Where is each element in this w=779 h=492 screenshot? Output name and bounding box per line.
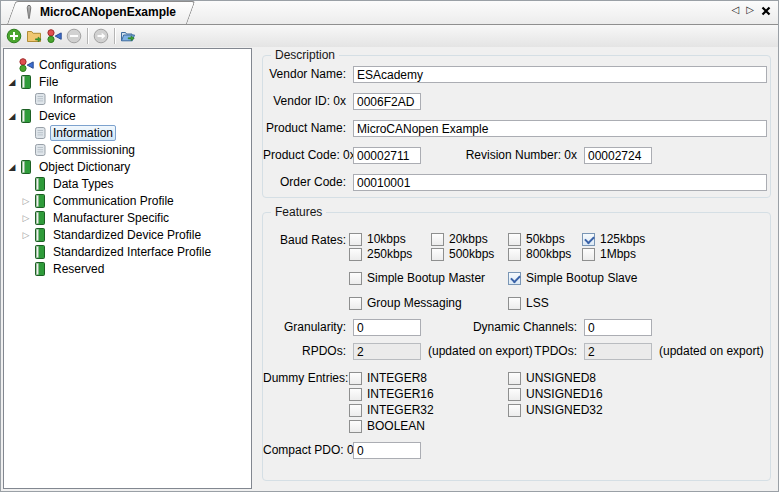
checkbox-lss[interactable]: LSS (508, 296, 549, 310)
open-button[interactable] (24, 26, 44, 46)
checkbox-unchecked-icon[interactable] (508, 233, 521, 246)
tree-item-label: Reserved (50, 261, 107, 277)
vendor-id-input[interactable] (353, 93, 421, 110)
book-icon (32, 244, 48, 260)
tree-item-reserved[interactable]: Reserved (4, 260, 251, 277)
close-tab-button[interactable] (761, 5, 771, 15)
document-icon (32, 125, 48, 141)
tpdos-note: (updated on export) (659, 345, 764, 358)
checkbox-label: UNSIGNED8 (526, 372, 596, 385)
expander-collapsed-icon[interactable]: ▷ (20, 196, 32, 206)
checkbox-integer32[interactable]: INTEGER32 (349, 403, 434, 417)
checkbox-unchecked-icon[interactable] (349, 372, 362, 385)
checkbox-unsigned32[interactable]: UNSIGNED32 (508, 403, 603, 417)
book-icon (18, 159, 34, 175)
checkbox-20kbps[interactable]: 20kbps (431, 232, 488, 246)
revision-number-label: Revision Number: 0x (453, 149, 577, 162)
tree-item-label: Standardized Interface Profile (50, 244, 214, 260)
tab-microcanopenexample[interactable]: MicroCANopenExample (7, 1, 187, 24)
tree-item-communication-profile[interactable]: ▷Communication Profile (4, 192, 251, 209)
checkbox-unchecked-icon[interactable] (508, 297, 521, 310)
tree-item-label: Device (36, 108, 79, 124)
project-tree: Configurations◢FileInformation◢DeviceInf… (3, 48, 252, 489)
expander-collapsed-icon[interactable]: ▷ (20, 230, 32, 240)
tree-item-standardized-device-profile[interactable]: ▷Standardized Device Profile (4, 226, 251, 243)
tree-item-standardized-interface-profile[interactable]: Standardized Interface Profile (4, 243, 251, 260)
export-button[interactable] (118, 26, 138, 46)
checkbox-50kbps[interactable]: 50kbps (508, 232, 565, 246)
checkbox-simple-bootup-slave[interactable]: Simple Bootup Slave (508, 271, 637, 285)
checkbox-label: 800kbps (526, 248, 571, 261)
checkbox-unchecked-icon[interactable] (349, 272, 362, 285)
checkbox-unchecked-icon[interactable] (431, 233, 444, 246)
checkbox-125kbps[interactable]: 125kbps (582, 232, 645, 246)
configurations-button[interactable] (44, 26, 64, 46)
checkbox-integer16[interactable]: INTEGER16 (349, 387, 434, 401)
checkbox-unchecked-icon[interactable] (349, 297, 362, 310)
checkbox-10kbps[interactable]: 10kbps (349, 232, 406, 246)
checkbox-250kbps[interactable]: 250kbps (349, 247, 412, 261)
document-icon (32, 125, 48, 141)
checkbox-simple-bootup-master[interactable]: Simple Bootup Master (349, 271, 485, 285)
baud-rates-label: Baud Rates: (263, 234, 346, 247)
checkbox-unchecked-icon[interactable] (508, 372, 521, 385)
checkbox-unchecked-icon[interactable] (349, 233, 362, 246)
tree-item-file[interactable]: ◢File (4, 73, 251, 90)
tree-item-label: Information (50, 91, 116, 107)
checkbox-unchecked-icon[interactable] (349, 388, 362, 401)
checkbox-label: 10kbps (367, 233, 406, 246)
checkbox-1mbps[interactable]: 1Mbps (582, 247, 636, 261)
checkbox-unchecked-icon[interactable] (508, 248, 521, 261)
compact-pdo-input[interactable] (353, 442, 421, 459)
expander-expanded-icon[interactable]: ◢ (6, 77, 18, 87)
expander-collapsed-icon[interactable]: ▷ (20, 213, 32, 223)
checkbox-unchecked-icon[interactable] (431, 248, 444, 261)
tree-item-information[interactable]: Information (4, 124, 251, 141)
tree-item-manufacturer-specific[interactable]: ▷Manufacturer Specific (4, 209, 251, 226)
dynamic-channels-input[interactable] (584, 319, 652, 336)
add-button[interactable] (4, 26, 24, 46)
checkbox-boolean[interactable]: BOOLEAN (349, 419, 425, 433)
checkbox-checked-icon[interactable] (582, 233, 595, 246)
document-icon (32, 142, 48, 158)
toolbar-separator (114, 28, 115, 44)
checkbox-500kbps[interactable]: 500kbps (431, 247, 494, 261)
tree-item-device[interactable]: ◢Device (4, 107, 251, 124)
checkbox-unchecked-icon[interactable] (349, 248, 362, 261)
checkbox-unchecked-icon[interactable] (508, 388, 521, 401)
checkbox-unchecked-icon[interactable] (349, 420, 362, 433)
checkbox-unsigned8[interactable]: UNSIGNED8 (508, 371, 596, 385)
checkbox-unchecked-icon[interactable] (349, 404, 362, 417)
tree-item-configurations[interactable]: Configurations (4, 56, 251, 73)
forward-button (91, 26, 111, 46)
revision-number-input[interactable] (584, 147, 652, 164)
document-icon (32, 142, 48, 158)
checkbox-unchecked-icon[interactable] (582, 248, 595, 261)
checkbox-group-messaging[interactable]: Group Messaging (349, 296, 462, 310)
vendor-name-input[interactable] (353, 66, 767, 83)
checkbox-integer8[interactable]: INTEGER8 (349, 371, 427, 385)
tree-item-data-types[interactable]: Data Types (4, 175, 251, 192)
remove-circle-icon (66, 28, 82, 44)
checkbox-label: 250kbps (367, 248, 412, 261)
granularity-input[interactable] (353, 319, 421, 336)
tree-item-label: Communication Profile (50, 193, 177, 209)
tree-item-label: File (36, 74, 61, 90)
checkbox-unsigned16[interactable]: UNSIGNED16 (508, 387, 603, 401)
product-name-input[interactable] (353, 120, 767, 137)
export-folder-icon (120, 28, 136, 44)
tree-item-label: Object Dictionary (36, 159, 133, 175)
tree-item-object-dictionary[interactable]: ◢Object Dictionary (4, 158, 251, 175)
document-icon (32, 91, 48, 107)
checkbox-800kbps[interactable]: 800kbps (508, 247, 571, 261)
expander-expanded-icon[interactable]: ◢ (6, 111, 18, 121)
tree-item-commissioning[interactable]: Commissioning (4, 141, 251, 158)
scroll-tabs-left-button[interactable]: ◁ (732, 4, 740, 16)
product-code-input[interactable] (353, 147, 421, 164)
expander-expanded-icon[interactable]: ◢ (6, 162, 18, 172)
tree-item-information[interactable]: Information (4, 90, 251, 107)
checkbox-checked-icon[interactable] (508, 272, 521, 285)
scroll-tabs-right-button[interactable]: ▷ (746, 4, 754, 16)
order-code-input[interactable] (353, 174, 767, 191)
checkbox-unchecked-icon[interactable] (508, 404, 521, 417)
